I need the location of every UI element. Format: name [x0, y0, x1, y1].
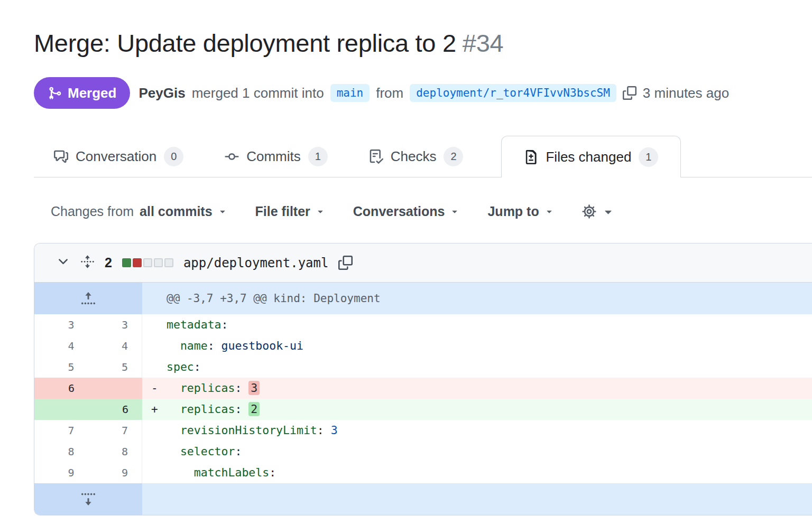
tab-conversation[interactable]: Conversation 0 [51, 136, 187, 177]
code-token [167, 424, 180, 437]
code-token: selector [180, 445, 235, 458]
tab-checks[interactable]: Checks 2 [366, 136, 467, 177]
merged-status-badge: Merged [34, 77, 130, 109]
tab-label: Commits [246, 148, 301, 165]
tab-label: Files changed [546, 149, 631, 165]
chevron-down-icon [449, 206, 460, 217]
code-line: selector: [167, 441, 242, 462]
diff-expander-row [34, 483, 812, 515]
diff-marker [142, 420, 167, 441]
old-line-number[interactable]: 9 [34, 462, 88, 483]
code-token: : [269, 466, 276, 479]
diffstat-square-neutral [143, 258, 152, 267]
diff-marker: + [142, 399, 167, 420]
pr-title-text: Merge: Update deployment replica to 2 [34, 29, 456, 57]
code-line: metadata: [167, 314, 228, 335]
line-number-gutter: 55 [34, 357, 142, 378]
code-token: 3 [248, 381, 260, 395]
fold-up-icon [80, 290, 96, 306]
new-line-number[interactable]: 9 [88, 462, 142, 483]
diff-row-context: 44 name: guestbook-ui [34, 335, 812, 357]
file-header: 2 app/deployment.yaml [34, 243, 812, 283]
unfold-icon [80, 255, 95, 269]
new-line-number[interactable]: 8 [88, 441, 142, 462]
new-line-number[interactable]: 7 [88, 420, 142, 441]
expand-up-button[interactable] [34, 283, 142, 314]
old-line-number[interactable]: 7 [34, 420, 88, 441]
changes-from-value: all commits [140, 204, 213, 219]
merge-summary: PeyGis merged 1 commit into main from de… [139, 84, 729, 102]
expand-down-button[interactable] [34, 483, 142, 515]
code-token: name [180, 339, 208, 352]
tab-count-badge: 2 [444, 147, 463, 166]
new-line-number[interactable] [88, 378, 142, 399]
tab-commits[interactable]: Commits 1 [222, 136, 331, 177]
code-line: revisionHistoryLimit: 3 [167, 420, 338, 441]
comment-discussion-icon [54, 149, 68, 164]
diffstat-square-neutral [164, 258, 173, 267]
code-token: : [235, 402, 242, 416]
page-title: Merge: Update deployment replica to 2#34 [34, 29, 503, 58]
base-branch-label[interactable]: main [330, 84, 370, 102]
diff-row-context: 77 revisionHistoryLimit: 3 [34, 420, 812, 441]
diff-hunk-row: @@ -3,7 +3,7 @@ kind: Deployment [34, 283, 812, 314]
old-line-number[interactable]: 3 [34, 314, 88, 335]
tab-label: Checks [391, 148, 437, 165]
file-drag-handle[interactable] [80, 255, 95, 271]
old-line-number[interactable] [34, 399, 88, 420]
code-token [167, 466, 194, 479]
chevron-down-icon [315, 206, 326, 217]
jump-to-dropdown[interactable]: Jump to [487, 204, 554, 219]
collapse-file-button[interactable] [56, 255, 70, 271]
new-line-number[interactable]: 5 [88, 357, 142, 378]
code-token: : [208, 339, 215, 352]
diffstat-square-neutral [154, 258, 163, 267]
code-token: guestbook-ui [222, 339, 303, 352]
code-line: name: guestbook-ui [167, 335, 303, 357]
git-commit-icon [225, 149, 239, 164]
new-line-number[interactable]: 4 [88, 335, 142, 357]
tab-files-changed[interactable]: Files changed 1 [501, 136, 681, 177]
copy-branch-button[interactable] [623, 86, 636, 100]
diff-row-deletion: 6- replicas: 3 [34, 378, 812, 399]
author-link[interactable]: PeyGis [139, 85, 185, 101]
pr-number: #34 [463, 29, 504, 57]
line-number-gutter: 88 [34, 441, 142, 462]
chevron-down-icon [217, 206, 228, 217]
copy-file-path-button[interactable] [338, 256, 353, 270]
old-line-number[interactable]: 4 [34, 335, 88, 357]
diff-marker [142, 335, 167, 357]
merged-time: 3 minutes ago [643, 85, 729, 101]
code-token: : [194, 360, 201, 373]
code-line: replicas: 2 [167, 399, 260, 420]
code-token: replicas [180, 402, 235, 416]
tab-label: Conversation [76, 148, 156, 165]
diffstat-squares [122, 258, 173, 267]
old-line-number[interactable]: 6 [34, 378, 88, 399]
diff-marker [142, 462, 167, 483]
new-line-number[interactable]: 6 [88, 399, 142, 420]
file-filter-dropdown[interactable]: File filter [255, 204, 326, 219]
diff-settings-dropdown[interactable] [582, 204, 615, 219]
changes-from-dropdown[interactable]: Changes from all commits [51, 204, 228, 219]
diff-marker: - [142, 378, 167, 399]
jump-to-label: Jump to [487, 204, 539, 219]
code-token: 3 [331, 424, 338, 437]
copy-icon [338, 256, 353, 270]
diff-toolbar: Changes from all commits File filter Con… [51, 200, 615, 223]
line-number-gutter: 6 [34, 399, 142, 420]
old-line-number[interactable]: 5 [34, 357, 88, 378]
code-token: : [235, 381, 242, 395]
hunk-header: @@ -3,7 +3,7 @@ kind: Deployment [142, 283, 381, 314]
code-token [242, 381, 248, 395]
git-merge-icon [48, 86, 62, 100]
code-token [167, 339, 180, 352]
head-branch-label[interactable]: deployment/r_tor4VFIvvN3bscSM [410, 84, 616, 102]
code-line: replicas: 3 [167, 378, 260, 399]
merge-action-text: merged 1 commit into [192, 85, 324, 101]
changes-from-prefix: Changes from [51, 204, 134, 219]
line-number-gutter: 77 [34, 420, 142, 441]
conversations-dropdown[interactable]: Conversations [353, 204, 460, 219]
old-line-number[interactable]: 8 [34, 441, 88, 462]
new-line-number[interactable]: 3 [88, 314, 142, 335]
